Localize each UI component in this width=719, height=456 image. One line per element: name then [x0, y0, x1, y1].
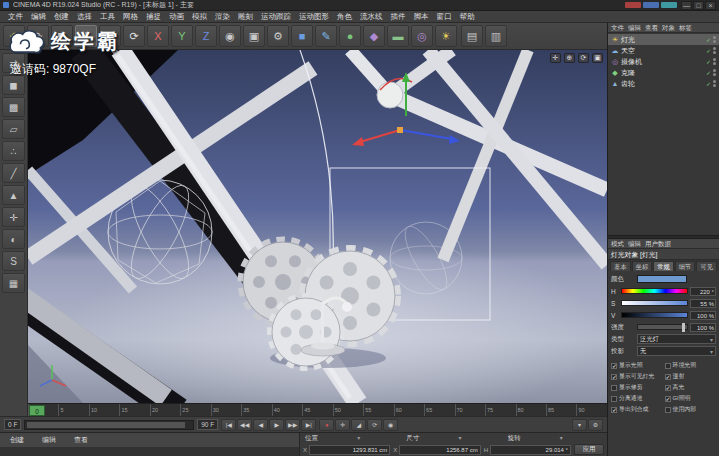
saturation-value[interactable]: 55 %: [690, 299, 716, 308]
menu-item[interactable]: 模拟: [188, 12, 211, 22]
select-tool-icon[interactable]: ◤: [51, 25, 73, 47]
light-option-checkbox[interactable]: 使用内部: [665, 405, 717, 414]
edges-mode-icon[interactable]: ╱: [2, 163, 25, 183]
menu-item[interactable]: 窗口: [433, 12, 456, 22]
materials-menu[interactable]: 查看: [70, 435, 92, 445]
menu-item[interactable]: 工具: [96, 12, 119, 22]
record-scale-button[interactable]: ◢: [351, 419, 366, 431]
light-type-select[interactable]: 泛光灯: [637, 334, 716, 344]
axis-y-icon[interactable]: Y: [171, 25, 193, 47]
visibility-dots[interactable]: [713, 58, 716, 65]
menu-item[interactable]: 插件: [387, 12, 410, 22]
intensity-value[interactable]: 100 %: [690, 323, 716, 332]
object-manager-menu[interactable]: 编辑: [628, 24, 641, 31]
start-frame-field[interactable]: 0 F: [4, 419, 21, 430]
viewport-canvas[interactable]: [28, 50, 607, 403]
light-option-checkbox[interactable]: GI照明: [665, 394, 717, 403]
object-manager-menu[interactable]: 查看: [645, 24, 658, 31]
polygons-mode-icon[interactable]: ▲: [2, 185, 25, 205]
visibility-dots[interactable]: [713, 36, 716, 43]
摄像机[interactable]: ◎ 摄像机: [608, 56, 719, 67]
克隆[interactable]: ◆ 克隆: [608, 67, 719, 78]
rotate-tool-icon[interactable]: ⟳: [123, 25, 145, 47]
menu-item[interactable]: 运动图形: [295, 12, 333, 22]
render-view-icon[interactable]: ▣: [243, 25, 265, 47]
menu-item[interactable]: 动画: [165, 12, 188, 22]
enabled-check-icon[interactable]: [706, 69, 711, 76]
next-frame-button[interactable]: ▶▶: [285, 419, 300, 431]
light-option-checkbox[interactable]: 高光: [665, 383, 717, 392]
redo-icon[interactable]: ↷: [27, 25, 49, 47]
color-swatch[interactable]: [637, 275, 687, 283]
attribute-tab[interactable]: 坐标: [632, 261, 653, 271]
light-option-checkbox[interactable]: 导出到合成: [611, 405, 663, 414]
light-option-checkbox[interactable]: 显示修剪: [611, 383, 663, 392]
playhead[interactable]: 0: [29, 405, 45, 416]
menu-item[interactable]: 选择: [73, 12, 96, 22]
light-option-checkbox[interactable]: 漫射: [665, 372, 717, 381]
pan-view-icon[interactable]: ✛: [550, 53, 561, 63]
move-tool-icon[interactable]: ✛: [75, 25, 97, 47]
hue-slider[interactable]: [621, 288, 688, 294]
attributes-menu[interactable]: 用户数据: [645, 240, 671, 247]
timeline-options-icon[interactable]: ⚙: [588, 419, 603, 431]
goto-start-button[interactable]: |◀: [221, 419, 236, 431]
snap-icon[interactable]: S: [2, 251, 25, 271]
render-settings-icon[interactable]: ⚙: [267, 25, 289, 47]
value-value[interactable]: 100 %: [690, 311, 716, 320]
天空[interactable]: ☁ 天空: [608, 45, 719, 56]
goto-end-button[interactable]: ▶|: [301, 419, 316, 431]
points-mode-icon[interactable]: ∴: [2, 141, 25, 161]
viewport[interactable]: ✛⊕⟳▣: [28, 50, 607, 403]
camera-object-icon[interactable]: ◎: [411, 25, 433, 47]
timeline-scrollbar[interactable]: [24, 420, 194, 430]
scale-tool-icon[interactable]: ◢: [99, 25, 121, 47]
undo-icon[interactable]: ↶: [3, 25, 25, 47]
menu-item[interactable]: 渲染: [211, 12, 234, 22]
coord-field[interactable]: X1256.87 cm: [393, 445, 480, 455]
coord-field[interactable]: H29.014 °: [484, 445, 571, 455]
object-manager-menu[interactable]: 标签: [679, 24, 692, 31]
light-option-checkbox[interactable]: 分离通道: [611, 394, 663, 403]
enabled-check-icon[interactable]: [706, 36, 711, 43]
attributes-menu[interactable]: 编辑: [628, 240, 641, 247]
menu-item[interactable]: 捕捉: [142, 12, 165, 22]
saturation-slider[interactable]: [621, 300, 688, 306]
menu-item[interactable]: 创建: [50, 12, 73, 22]
attribute-tab[interactable]: 可见: [696, 261, 717, 271]
coord-system-icon[interactable]: ◉: [219, 25, 241, 47]
primitive-cube-icon[interactable]: ■: [291, 25, 313, 47]
floor-object-icon[interactable]: ▬: [387, 25, 409, 47]
coord-group-label[interactable]: 尺寸▾: [404, 434, 502, 443]
menu-item[interactable]: 文件: [4, 12, 27, 22]
workplane-lock-icon[interactable]: ▦: [2, 273, 25, 293]
hue-value[interactable]: 220 °: [690, 287, 716, 296]
coord-group-label[interactable]: 旋转▾: [506, 434, 604, 443]
menu-item[interactable]: 脚本: [410, 12, 433, 22]
prev-key-button[interactable]: ◀◀: [237, 419, 252, 431]
record-position-button[interactable]: ✛: [335, 419, 350, 431]
timeline-ruler[interactable]: 051015202530354045505560657075808590 0: [28, 403, 607, 416]
toggle-panel-icon[interactable]: ▣: [592, 53, 603, 63]
viewport-solo-icon[interactable]: ◐: [2, 229, 25, 249]
value-slider[interactable]: [621, 312, 688, 318]
enabled-check-icon[interactable]: [706, 47, 711, 54]
maximize-button[interactable]: □: [693, 1, 704, 10]
convert-icon[interactable]: ⇄: [2, 53, 25, 73]
apply-button[interactable]: 应用: [574, 444, 604, 455]
close-button[interactable]: ×: [705, 1, 716, 10]
menu-item[interactable]: 雕刻: [234, 12, 257, 22]
coord-group-label[interactable]: 位置▾: [303, 434, 401, 443]
object-manager-menu[interactable]: 文件: [611, 24, 624, 31]
prev-frame-button[interactable]: ◀: [253, 419, 268, 431]
materials-list[interactable]: [0, 447, 299, 456]
灯光[interactable]: ☀ 灯光: [608, 34, 719, 45]
texture-mode-icon[interactable]: ▩: [2, 97, 25, 117]
spline-pen-icon[interactable]: ✎: [315, 25, 337, 47]
minimize-button[interactable]: —: [681, 1, 692, 10]
axis-z-icon[interactable]: Z: [195, 25, 217, 47]
menu-item[interactable]: 运动跟踪: [257, 12, 295, 22]
light-option-checkbox[interactable]: 环境光照: [665, 361, 717, 370]
subdivision-surface-icon[interactable]: ●: [339, 25, 361, 47]
light-object-icon[interactable]: ☀: [435, 25, 457, 47]
